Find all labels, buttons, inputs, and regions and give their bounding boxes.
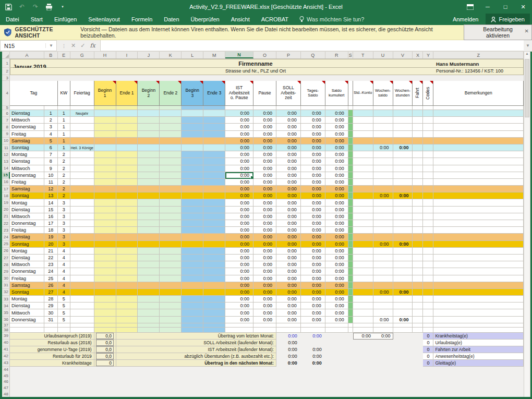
cell-T22[interactable] [353,220,373,227]
day-number[interactable]: 20 [44,241,58,248]
time-value[interactable]: 0:00 [325,213,348,220]
cell-I36[interactable] [116,317,138,323]
cell-H6[interactable] [94,110,116,117]
cell-Y26[interactable] [423,248,433,255]
cell-S10[interactable] [348,138,353,144]
cell-Q5[interactable] [301,106,325,110]
cell-X12[interactable] [413,151,423,158]
holiday-name[interactable] [70,268,94,275]
carry-box[interactable] [353,353,393,360]
holiday-name[interactable] [70,227,94,234]
holiday-name[interactable] [70,179,94,186]
cell-Y27[interactable] [423,255,433,261]
time-value[interactable]: 0:00 [225,110,253,117]
cell-Z20[interactable] [433,207,524,213]
cell-Y38[interactable] [423,328,433,333]
cell-S14[interactable] [348,165,353,172]
cell-E37[interactable] [58,323,70,328]
cell-Z6[interactable] [433,110,524,117]
time-value[interactable]: 0:00 [225,303,253,309]
time-value[interactable]: 0:00 [225,255,253,261]
cell-I30[interactable] [116,275,138,282]
cell-V5[interactable] [393,106,413,110]
cell-S36[interactable] [348,317,353,323]
cell-I29[interactable] [116,268,138,275]
time-value[interactable]: 0:00 [301,151,325,158]
cell-M34[interactable] [203,303,225,309]
cell-V23[interactable] [393,227,413,234]
time-value[interactable]: 0:00 [301,158,325,165]
cell-J36[interactable] [138,317,160,323]
header-std[interactable]: Std.-Konto [353,81,373,106]
cell-S9[interactable] [348,131,353,138]
cell-J17[interactable] [138,186,160,192]
time-value[interactable]: 0:00 [276,213,301,220]
cell-A38[interactable] [10,328,44,333]
time-value[interactable]: 0:00 [225,158,253,165]
cell-J31[interactable] [138,282,160,289]
cell-H36[interactable] [94,317,116,323]
row-header-14[interactable]: 14 [2,165,10,172]
cell-J7[interactable] [138,117,160,124]
carry-box-value[interactable]: 0:00 [354,333,373,338]
time-value[interactable]: 0:00 [276,309,301,316]
time-value[interactable]: 0:00 [225,207,253,213]
week-number[interactable]: 3 [58,227,70,234]
cell-G5[interactable] [70,106,94,110]
cell-Y6[interactable] [423,110,433,117]
cell-Z9[interactable] [433,131,524,138]
time-value[interactable]: 0:00 [325,124,348,130]
time-value[interactable]: 0:00 [225,296,253,303]
row-header-10[interactable]: 10 [2,138,10,144]
cell-Z24[interactable] [433,234,524,240]
day-number[interactable]: 24 [44,268,58,275]
time-value[interactable]: 0:00 [325,309,348,316]
cell-L27[interactable] [182,255,203,261]
cell-I25[interactable] [116,241,138,248]
cell-U35[interactable] [373,309,393,316]
time-value[interactable]: 0:00 [253,296,276,303]
day-number[interactable]: 19 [44,234,58,240]
summary-count[interactable]: 0 [423,360,433,367]
cell-H29[interactable] [94,268,116,275]
cell-J25[interactable] [138,241,160,248]
cell-Y25[interactable] [423,241,433,248]
scrollbar-thumb[interactable] [525,59,529,117]
time-value[interactable]: 0:00 [325,255,348,261]
cell-U38[interactable] [373,328,393,333]
week-number[interactable]: 3 [58,213,70,220]
cell-H35[interactable] [94,309,116,316]
column-header-R[interactable]: R [325,52,348,58]
row-header-2[interactable]: 2 [2,68,10,75]
cell-K21[interactable] [160,213,182,220]
holiday-name[interactable] [70,234,94,240]
cell-L9[interactable] [182,131,203,138]
cell-U19[interactable] [373,199,393,206]
week-number[interactable]: 2 [58,179,70,186]
week-number[interactable]: 1 [58,144,70,151]
cell-S26[interactable] [348,248,353,255]
cell-S16[interactable] [348,179,353,186]
week-hours-value[interactable]: 0:00 [393,144,413,151]
cell-M8[interactable] [203,124,225,130]
cell-Z21[interactable] [433,213,524,220]
cell-T8[interactable] [353,124,373,130]
cell-J30[interactable] [138,275,160,282]
summary-mid-label[interactable]: SOLL Arbeitszeit (laufender Monat): [116,340,276,346]
cell-Z18[interactable] [433,192,524,199]
header-soll[interactable]: SOLL Arbeits- zeit [276,81,301,106]
minimize-button[interactable]: ─ [479,0,497,14]
cell-J5[interactable] [138,106,160,110]
cell-V14[interactable] [393,165,413,172]
cell-M33[interactable] [203,296,225,303]
week-number[interactable]: 4 [58,268,70,275]
vertical-scrollbar[interactable]: ▲ [524,52,530,397]
summary-left-label[interactable]: Resturlaub aus (2018) [10,340,94,346]
cell-Y9[interactable] [423,131,433,138]
cell-I9[interactable] [116,131,138,138]
column-header-K[interactable]: K [160,52,182,58]
cell-I38[interactable] [116,328,138,333]
week-number[interactable]: 4 [58,275,70,282]
cell-Z19[interactable] [433,199,524,206]
cell-H33[interactable] [94,296,116,303]
